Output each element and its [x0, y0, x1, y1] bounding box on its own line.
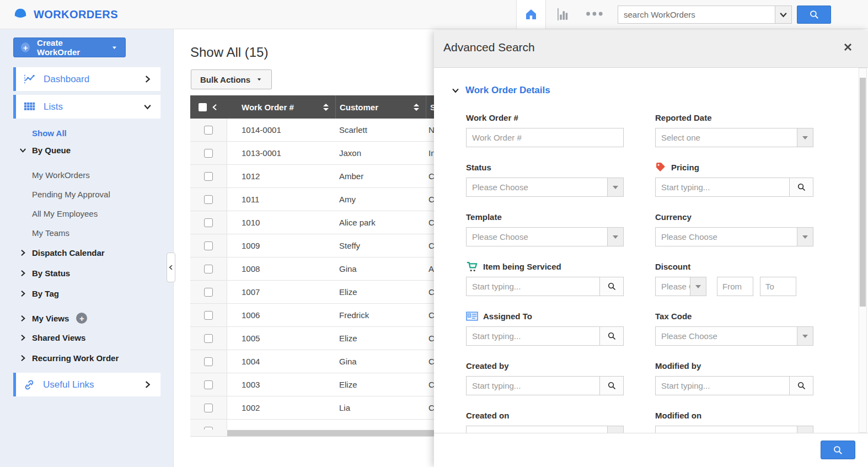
- chevron-down-icon: [779, 10, 788, 19]
- assigned-to-input[interactable]: [466, 326, 600, 346]
- brand-name: WORKORDERS: [34, 8, 118, 21]
- magnifier-icon: [797, 182, 806, 192]
- search-scope-dropdown[interactable]: [775, 6, 792, 24]
- select-all-checkbox[interactable]: [199, 103, 207, 111]
- home-button[interactable]: [516, 0, 546, 29]
- row-checkbox[interactable]: [204, 334, 213, 343]
- created-by-input[interactable]: [466, 376, 600, 395]
- sidebar-group-by-tag[interactable]: By Tag: [19, 289, 59, 298]
- column-header-customer[interactable]: Customer: [335, 95, 426, 119]
- dropdown-toggle[interactable]: [607, 426, 624, 433]
- scrollbar-thumb[interactable]: [860, 78, 866, 307]
- sidebar-item-dashboard[interactable]: Dashboard: [13, 67, 160, 91]
- reported-date-value[interactable]: Select one: [655, 128, 797, 147]
- advanced-search-submit-button[interactable]: [821, 441, 855, 459]
- discount-operator-select[interactable]: Please Choose: [655, 277, 690, 296]
- row-checkbox[interactable]: [204, 380, 213, 389]
- reports-button[interactable]: [556, 7, 571, 22]
- row-checkbox[interactable]: [204, 288, 213, 297]
- customer-cell: [335, 420, 426, 430]
- dropdown-toggle[interactable]: [797, 326, 813, 346]
- row-checkbox[interactable]: [204, 126, 213, 135]
- template-value[interactable]: Please Choose: [466, 227, 608, 246]
- reported-date-select[interactable]: Select one: [655, 128, 813, 147]
- created-by-lookup: [466, 376, 624, 395]
- row-checkbox[interactable]: [204, 149, 213, 158]
- more-menu-button[interactable]: [586, 11, 604, 17]
- created-by-search-button[interactable]: [599, 376, 624, 395]
- row-checkbox[interactable]: [204, 172, 213, 181]
- template-select[interactable]: Please Choose: [466, 227, 624, 246]
- tax-code-value[interactable]: Please Choose: [655, 326, 797, 346]
- chevron-right-icon: [143, 74, 152, 84]
- item-serviced-input[interactable]: [466, 277, 600, 296]
- sidebar-item-lists[interactable]: Lists: [13, 95, 160, 119]
- sidebar-group-my-views[interactable]: My Views +: [19, 313, 87, 324]
- dropdown-toggle[interactable]: [690, 277, 706, 296]
- dropdown-toggle[interactable]: [797, 128, 813, 147]
- created-on-value[interactable]: [466, 426, 608, 433]
- panel-footer: [434, 433, 868, 467]
- sidebar-item-all-my-employees[interactable]: All My Employees: [32, 209, 98, 218]
- work-order-number-input[interactable]: [466, 128, 624, 147]
- currency-select[interactable]: Please Choose: [655, 227, 813, 246]
- dashboard-label: Dashboard: [44, 74, 89, 85]
- sidebar-item-my-teams[interactable]: My Teams: [32, 228, 69, 238]
- sidebar-item-pending-my-approval[interactable]: Pending My Approval: [32, 190, 110, 199]
- assigned-to-search-button[interactable]: [599, 326, 624, 346]
- pricing-input[interactable]: [655, 178, 790, 197]
- bulk-actions-button[interactable]: Bulk Actions: [191, 69, 272, 89]
- sidebar-group-dispatch-calendar[interactable]: Dispatch Calendar: [19, 248, 105, 257]
- app-logo[interactable]: WORKORDERS: [12, 6, 118, 23]
- discount-to-input[interactable]: [760, 277, 796, 296]
- modified-by-search-button[interactable]: [789, 376, 813, 395]
- row-checkbox[interactable]: [204, 311, 213, 320]
- add-view-button[interactable]: +: [76, 313, 87, 324]
- sidebar-group-by-queue[interactable]: By Queue: [19, 146, 71, 155]
- modified-on-select[interactable]: [655, 426, 813, 433]
- sort-icon[interactable]: [323, 104, 329, 111]
- created-on-select[interactable]: [466, 426, 624, 433]
- item-serviced-search-button[interactable]: [599, 277, 624, 296]
- search-input[interactable]: [618, 6, 775, 24]
- discount-from-input[interactable]: [717, 277, 753, 296]
- dropdown-toggle[interactable]: [797, 426, 813, 433]
- pricing-search-button[interactable]: [789, 178, 813, 197]
- row-checkbox[interactable]: [204, 404, 213, 412]
- sidebar-group-by-status[interactable]: By Status: [19, 269, 70, 278]
- modified-on-value[interactable]: [655, 426, 797, 433]
- item-serviced-lookup: [466, 277, 624, 296]
- dropdown-toggle[interactable]: [607, 178, 624, 197]
- row-checkbox[interactable]: [204, 241, 213, 250]
- sidebar-group-shared-views[interactable]: Shared Views: [19, 333, 85, 342]
- row-checkbox[interactable]: [204, 265, 213, 273]
- sidebar-item-show-all[interactable]: Show All: [32, 128, 67, 138]
- sidebar-collapse-handle[interactable]: [167, 253, 175, 282]
- sidebar-group-recurring-work-order[interactable]: Recurring Work Order: [19, 353, 119, 363]
- chevron-right-icon: [19, 334, 27, 342]
- currency-value[interactable]: Please Choose: [655, 227, 797, 246]
- dropdown-toggle[interactable]: [607, 227, 624, 246]
- sidebar-item-useful-links[interactable]: Useful Links: [13, 373, 160, 396]
- status-value[interactable]: Please Choose: [466, 178, 608, 197]
- modified-by-input[interactable]: [655, 376, 790, 395]
- column-header-work-order[interactable]: Work Order #: [227, 95, 335, 119]
- recurring-work-order-label: Recurring Work Order: [32, 353, 119, 363]
- chevron-left-icon[interactable]: [211, 103, 219, 111]
- row-checkbox[interactable]: [204, 357, 213, 366]
- sidebar-item-my-workorders[interactable]: My WorkOrders: [32, 170, 90, 180]
- row-checkbox[interactable]: [204, 195, 213, 204]
- status-select[interactable]: Please Choose: [466, 178, 624, 197]
- sort-icon[interactable]: [414, 104, 419, 111]
- search-submit-button[interactable]: [797, 6, 831, 24]
- section-work-order-details[interactable]: Work Order Details: [451, 85, 550, 96]
- create-workorder-button[interactable]: + Create WorkOrder: [13, 37, 126, 57]
- row-checkbox[interactable]: [204, 218, 213, 227]
- tax-code-select[interactable]: Please Choose: [655, 326, 813, 346]
- panel-scrollbar[interactable]: [859, 68, 867, 433]
- create-workorder-label: Create WorkOrder: [37, 38, 100, 57]
- close-button[interactable]: [843, 42, 853, 52]
- customer-cell: Steffy: [335, 234, 426, 257]
- dropdown-toggle[interactable]: [797, 227, 813, 246]
- magnifier-icon: [607, 282, 617, 291]
